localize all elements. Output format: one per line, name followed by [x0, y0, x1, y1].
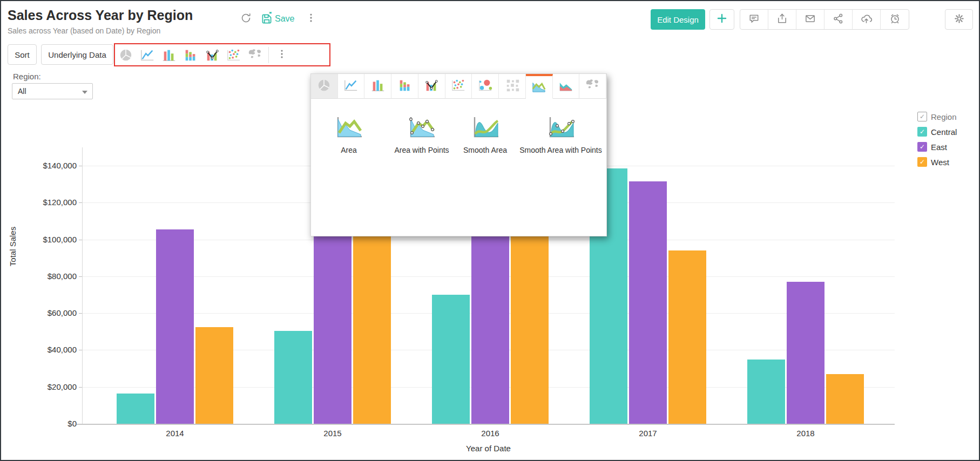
x-tick-label: 2015: [300, 429, 365, 438]
chart-option-label: Smooth Area with Points: [519, 145, 603, 155]
panel-tab-area[interactable]: [526, 74, 553, 99]
panel-tab-combo[interactable]: [418, 74, 445, 99]
y-tick-label: $140,000: [17, 161, 77, 170]
panel-tab-grid[interactable]: [499, 74, 526, 99]
y-tick-label: $60,000: [17, 308, 77, 317]
bar-2015-east[interactable]: [314, 236, 352, 424]
panel-tab-bubble[interactable]: [472, 74, 499, 99]
bar-2015-west[interactable]: [353, 236, 391, 424]
pie-icon: [315, 78, 333, 95]
bar-2018-central[interactable]: [747, 360, 785, 424]
line-icon: [342, 78, 360, 95]
bar-2016-east[interactable]: [471, 236, 509, 424]
bar-2014-east[interactable]: [156, 229, 194, 424]
app-window: Sales Across Year by Region Sales across…: [0, 0, 980, 461]
smooth-points-option-icon: [546, 115, 576, 142]
legend: ✓ Region ✓ Central ✓ East ✓ West: [917, 112, 957, 172]
chart-option-label: Area: [319, 145, 379, 155]
panel-tab-stacked-bar[interactable]: [391, 74, 418, 99]
x-tick-label: 2016: [458, 429, 523, 438]
x-tick-label: 2017: [616, 429, 680, 438]
panel-tab-scatter[interactable]: [445, 74, 472, 99]
panel-tab-world-map[interactable]: [579, 74, 606, 99]
y-tick-label: $0: [17, 419, 77, 428]
legend-checkbox-east[interactable]: ✓: [917, 142, 927, 152]
area-option-icon: [334, 115, 364, 142]
x-tick-label: 2014: [143, 429, 207, 438]
chart-option-smooth-area-with-points[interactable]: Smooth Area with Points: [519, 115, 603, 155]
scatter-icon: [450, 78, 467, 95]
legend-checkbox-central[interactable]: ✓: [917, 127, 927, 137]
legend-title: Region: [931, 112, 957, 121]
bubble-icon: [477, 78, 494, 95]
legend-label-central: Central: [931, 127, 957, 137]
y-tick-label: $120,000: [17, 198, 77, 207]
legend-item-west[interactable]: ✓ West: [917, 157, 957, 167]
y-tick-label: $40,000: [17, 345, 77, 354]
bar-2014-central[interactable]: [117, 394, 154, 424]
panel-tab-line[interactable]: [338, 74, 365, 99]
bar-2015-central[interactable]: [274, 331, 312, 424]
x-axis-title: Year of Date: [435, 444, 543, 453]
legend-checkbox-west[interactable]: ✓: [917, 157, 927, 167]
legend-item-central[interactable]: ✓ Central: [917, 127, 957, 137]
grid-icon: [504, 78, 521, 95]
legend-label-east: East: [931, 143, 947, 152]
chart-option-label: Smooth Area: [454, 145, 516, 155]
bar-2018-east[interactable]: [787, 282, 824, 424]
legend-item-east[interactable]: ✓ East: [917, 142, 957, 152]
chart-option-area[interactable]: Area: [319, 115, 379, 155]
world-map-icon: [584, 78, 601, 95]
bar-2018-west[interactable]: [826, 374, 864, 424]
bar-2017-west[interactable]: [668, 250, 706, 424]
smooth-area-option-icon: [470, 115, 501, 142]
legend-title-row[interactable]: ✓ Region: [917, 112, 957, 121]
stacked-bar-icon: [396, 78, 414, 95]
y-tick-label: $20,000: [17, 382, 77, 391]
bar-2016-west[interactable]: [511, 236, 549, 424]
y-axis-line: [82, 147, 83, 424]
stacked-area-icon: [557, 78, 575, 95]
combo-icon: [423, 78, 440, 95]
panel-tab-bar[interactable]: [364, 74, 391, 99]
panel-tab-stacked-area[interactable]: [553, 74, 580, 99]
area-icon: [530, 79, 548, 96]
bar-2016-central[interactable]: [432, 295, 470, 424]
bar-icon: [369, 78, 387, 95]
chart-option-area-with-points[interactable]: Area with Points: [387, 115, 457, 155]
bar-2017-east[interactable]: [629, 181, 667, 424]
panel-tab-pie[interactable]: [311, 74, 338, 99]
bar-2014-west[interactable]: [195, 327, 233, 424]
y-tick-label: $100,000: [17, 235, 77, 244]
legend-title-checkbox[interactable]: ✓: [917, 112, 927, 121]
area-points-option-icon: [407, 115, 437, 142]
legend-label-west: West: [931, 158, 949, 167]
chart-type-options: AreaArea with PointsSmooth AreaSmooth Ar…: [311, 99, 606, 237]
y-axis-title: Total Sales: [8, 217, 17, 276]
chart-type-panel: AreaArea with PointsSmooth AreaSmooth Ar…: [310, 73, 607, 236]
chart-option-smooth-area[interactable]: Smooth Area: [454, 115, 516, 155]
x-tick-label: 2018: [773, 429, 838, 438]
chart-option-label: Area with Points: [387, 145, 457, 155]
x-axis-line: [77, 424, 895, 425]
chart-type-tabs: [311, 74, 606, 99]
y-tick-label: $80,000: [17, 272, 77, 281]
